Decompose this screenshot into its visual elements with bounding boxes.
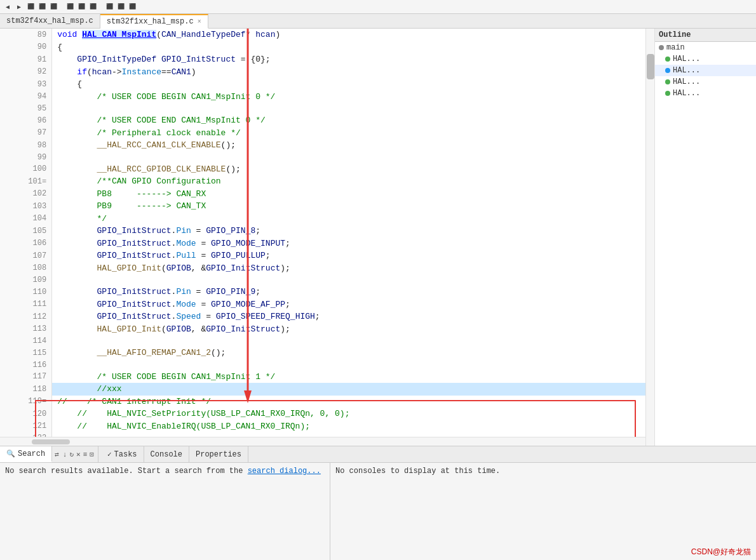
outline-dot-hal2 [665, 68, 670, 73]
code-line-content [52, 152, 645, 163]
code-line-content: __HAL_RCC_GPIOB_CLK_ENABLE(); [52, 163, 645, 176]
line-number: 114 [0, 335, 52, 347]
table-row: 112 GPIO_InitStruct.Speed = GPIO_SPEED_F… [0, 310, 645, 323]
outline-item-hal4-label: HAL... [673, 89, 700, 98]
bottom-tab-tasks[interactable]: ✓ Tasks [101, 446, 144, 462]
search-options-icon6[interactable]: ⊡ [88, 450, 95, 458]
code-wrapper: 89void HAL_CAN_MspInit(CAN_HandleTypeDef… [0, 29, 645, 437]
search-options-icon3[interactable]: ↻ [68, 450, 75, 458]
h-scrollbar[interactable] [0, 437, 645, 446]
search-panel: No search results available. Start a sea… [0, 463, 330, 560]
outline-dot-hal3 [665, 79, 670, 84]
line-number: 108 [0, 262, 52, 275]
bottom-tab-search[interactable]: 🔍 Search [0, 446, 52, 462]
search-options-icon5[interactable]: ≡ [82, 451, 89, 458]
table-row: 120 // HAL_NVIC_SetPriority(USB_LP_CAN1_… [0, 408, 645, 420]
line-number: 110 [0, 286, 52, 298]
code-line-content: { [52, 78, 645, 91]
editor-scrollbar[interactable] [645, 29, 654, 446]
code-line-content: /* USER CODE BEGIN CAN1_MspInit 0 */ [52, 91, 645, 103]
watermark: CSDN@好奇龙猫 [691, 547, 751, 557]
outline-item-hal4[interactable]: HAL... [655, 88, 756, 99]
outline-header: Outline [655, 29, 756, 42]
search-options-icon2[interactable]: ↓ [62, 451, 69, 458]
line-number: 100 [0, 163, 52, 176]
tool3[interactable]: ⬛ [48, 2, 58, 12]
outline-item-hal3-label: HAL... [673, 77, 700, 86]
search-options-icon4[interactable]: ✕ [75, 450, 82, 458]
code-line-content: HAL_GPIO_Init(GPIOB, &GPIO_InitStruct); [52, 262, 645, 275]
table-row: 119=// /* CAN1 interrupt Init */ [0, 396, 645, 408]
code-line-content [52, 359, 645, 371]
code-line-content: GPIO_InitStruct.Mode = GPIO_MODE_INPUT; [52, 237, 645, 250]
table-row: 92 if(hcan->Instance==CAN1) [0, 66, 645, 79]
table-row: 101= /**CAN GPIO Configuration [0, 175, 645, 188]
line-number: 107 [0, 250, 52, 262]
outline-item-hal1[interactable]: HAL... [655, 53, 756, 65]
search-no-results-text: No search results available. Start a sea… [5, 467, 248, 476]
table-row: 122 [0, 432, 645, 437]
line-number: 113 [0, 323, 52, 336]
bottom-tab-properties[interactable]: Properties [189, 446, 248, 462]
line-number: 101= [0, 175, 52, 188]
table-row: 89void HAL_CAN_MspInit(CAN_HandleTypeDef… [0, 29, 645, 41]
code-line-content: __HAL_RCC_CAN1_CLK_ENABLE(); [52, 139, 645, 152]
code-line-content: GPIO_InitStruct.Pin = GPIO_PIN_9; [52, 286, 645, 298]
tool4[interactable]: ⬛ [65, 2, 75, 12]
code-line-content: /* USER CODE END CAN1_MspInit 0 */ [52, 114, 645, 127]
v-scroll-thumb[interactable] [647, 54, 654, 79]
outline-dot-hal1 [665, 57, 670, 62]
table-row: 103 PB9 ------> CAN_TX [0, 200, 645, 213]
table-row: 100 __HAL_RCC_GPIOB_CLK_ENABLE(); [0, 163, 645, 176]
line-number: 109 [0, 274, 52, 286]
code-line-content: HAL_GPIO_Init(GPIOB, &GPIO_InitStruct); [52, 323, 645, 336]
outline-item-hal3[interactable]: HAL... [655, 76, 756, 88]
line-number: 119= [0, 396, 52, 408]
main-area: 89void HAL_CAN_MspInit(CAN_HandleTypeDef… [0, 29, 756, 446]
outline-item-main-label: main [666, 43, 685, 52]
code-line-content: /* Peripheral clock enable */ [52, 127, 645, 140]
bottom-content: No search results available. Start a sea… [0, 463, 756, 560]
table-row: 97 /* Peripheral clock enable */ [0, 127, 645, 140]
line-number: 103 [0, 200, 52, 213]
tool9[interactable]: ⬛ [127, 2, 137, 12]
code-line-content: GPIO_InitStruct.Pull = GPIO_PULLUP; [52, 250, 645, 262]
table-row: 98 __HAL_RCC_CAN1_CLK_ENABLE(); [0, 139, 645, 152]
table-row: 105 GPIO_InitStruct.Pin = GPIO_PIN_8; [0, 225, 645, 237]
h-scroll-thumb[interactable] [32, 439, 70, 444]
line-number: 91 [0, 53, 52, 66]
tasks-tab-icon: ✓ [107, 450, 112, 458]
tool2[interactable]: ⬛ [37, 2, 47, 12]
tab-file1[interactable]: stm32f4xx_hal_msp.c [0, 14, 100, 28]
tool1[interactable]: ⬛ [25, 2, 36, 12]
close-tab-icon[interactable]: × [198, 18, 201, 25]
outline-dot-hal4 [665, 91, 670, 96]
table-row: 113 HAL_GPIO_Init(GPIOB, &GPIO_InitStruc… [0, 323, 645, 336]
bottom-tab-console[interactable]: Console [144, 446, 189, 462]
line-number: 111 [0, 298, 52, 311]
table-row: 108 HAL_GPIO_Init(GPIOB, &GPIO_InitStruc… [0, 262, 645, 275]
properties-tab-label: Properties [196, 450, 241, 459]
table-row: 118 //xxx [0, 383, 645, 396]
tool6[interactable]: ⬛ [88, 2, 98, 12]
table-row: 110 GPIO_InitStruct.Pin = GPIO_PIN_9; [0, 286, 645, 298]
search-options-icon1[interactable]: ⇄ [52, 450, 62, 458]
tool5[interactable]: ⬛ [76, 2, 86, 12]
code-scroll-area[interactable]: 89void HAL_CAN_MspInit(CAN_HandleTypeDef… [0, 29, 645, 437]
tab-file2[interactable]: stm32f1xx_hal_msp.c × [100, 14, 208, 29]
outline-item-main[interactable]: main [655, 42, 756, 53]
table-row: 116 [0, 359, 645, 371]
table-row: 114 [0, 335, 645, 347]
code-line-content: PB8 ------> CAN_RX [52, 188, 645, 201]
table-row: 106 GPIO_InitStruct.Mode = GPIO_MODE_INP… [0, 237, 645, 250]
outline-item-hal2[interactable]: HAL... [655, 65, 756, 76]
back-icon[interactable]: ◀ [3, 2, 13, 12]
tool8[interactable]: ⬛ [116, 2, 126, 12]
line-number: 92 [0, 66, 52, 79]
code-line-content: void HAL_CAN_MspInit(CAN_HandleTypeDef* … [52, 29, 645, 41]
search-dialog-link[interactable]: search dialog... [248, 467, 321, 476]
tab-bar: stm32f4xx_hal_msp.c stm32f1xx_hal_msp.c … [0, 14, 756, 29]
line-number: 104 [0, 213, 52, 225]
forward-icon[interactable]: ▶ [14, 2, 24, 12]
tool7[interactable]: ⬛ [104, 2, 114, 12]
